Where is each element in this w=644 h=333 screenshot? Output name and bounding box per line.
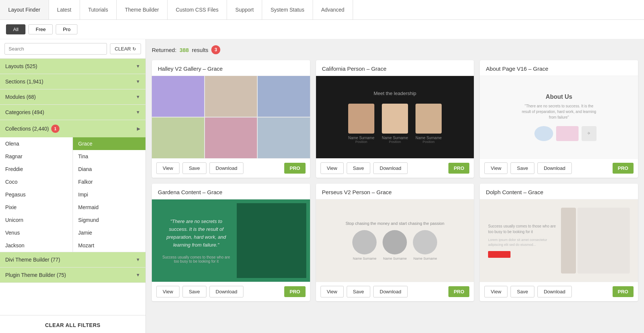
card-view-button-1[interactable]: View	[321, 162, 344, 174]
card-download-button-1[interactable]: Download	[373, 162, 408, 174]
collection-item-pixie[interactable]: Pixie	[0, 201, 73, 214]
collections-col-2: GraceTinaDianaFalkorImpiMermaidSigmundJa…	[73, 137, 145, 252]
card-save-button-0[interactable]: Save	[183, 162, 206, 174]
nav-item-layout-finder[interactable]: Layout Finder	[0, 0, 49, 19]
card-download-button-3[interactable]: Download	[209, 286, 244, 297]
arrow-icon-2: ▼	[136, 94, 140, 100]
collection-item-venus[interactable]: Venus	[0, 226, 73, 239]
clear-label: CLEAR	[115, 46, 131, 52]
nav-item-theme-builder[interactable]: Theme Builder	[117, 0, 168, 19]
card-actions-2: ViewSaveDownloadPRO	[480, 158, 638, 178]
collection-item-coco[interactable]: Coco	[0, 175, 73, 188]
card-actions-5: ViewSaveDownloadPRO	[480, 282, 638, 301]
card-view-button-0[interactable]: View	[156, 162, 180, 174]
card-image-0	[152, 76, 310, 158]
nav-item-support[interactable]: Support	[227, 0, 262, 19]
card-save-button-3[interactable]: Save	[183, 286, 206, 297]
card-actions-1: ViewSaveDownloadPRO	[316, 158, 474, 178]
card-title-1: California Person – Grace	[316, 60, 474, 76]
collection-item-freddie[interactable]: Freddie	[0, 163, 73, 175]
arrow-icon-5: ▼	[136, 257, 140, 262]
card-save-button-4[interactable]: Save	[347, 286, 371, 297]
results-badge: 3	[211, 45, 220, 54]
nav-item-advanced[interactable]: Advanced	[313, 0, 353, 19]
arrow-icon-1: ▼	[136, 79, 140, 84]
collection-item-jamie[interactable]: Jamie	[73, 226, 145, 239]
arrow-icon-3: ▼	[136, 110, 140, 115]
collection-item-diana[interactable]: Diana	[73, 163, 145, 175]
pro-badge-5: PRO	[613, 286, 634, 297]
collection-item-grace[interactable]: Grace	[73, 137, 145, 150]
pro-badge-2: PRO	[613, 163, 634, 174]
card-5: Dolph Content – Grace Success usually co…	[480, 184, 638, 301]
nav-item-system-status[interactable]: System Status	[262, 0, 313, 19]
filter-group-header-6[interactable]: Plugin Theme Builder (75)▼	[0, 268, 145, 282]
collections-label: Collections (2,440)	[5, 126, 49, 132]
search-input[interactable]	[4, 43, 107, 55]
nav-item-tutorials[interactable]: Tutorials	[80, 0, 117, 19]
filter-group-header-3[interactable]: Categories (494)▼	[0, 105, 145, 120]
filter-tab-free[interactable]: Free	[28, 24, 53, 34]
arrow-icon-0: ▼	[136, 64, 140, 69]
collection-item-jackson[interactable]: Jackson	[0, 239, 73, 252]
collection-item-ragnar[interactable]: Ragnar	[0, 150, 73, 163]
filter-tab-all[interactable]: All	[6, 24, 25, 34]
collection-item-mozart[interactable]: Mozart	[73, 239, 145, 252]
card-3: Gardena Content – Grace "There are no se…	[152, 184, 310, 301]
cards-grid: Halley V2 Gallery – GraceViewSaveDownloa…	[152, 60, 638, 301]
card-title-4: Perseus V2 Person – Grace	[316, 184, 474, 199]
pro-badge-0: PRO	[284, 163, 305, 174]
collection-item-pegasus[interactable]: Pegasus	[0, 188, 73, 201]
filter-group-3: Categories (494)▼	[0, 105, 145, 120]
pro-badge-4: PRO	[448, 286, 469, 297]
filter-group-header-4[interactable]: Collections (2,440)1▶	[0, 120, 145, 137]
card-download-button-2[interactable]: Download	[537, 162, 572, 174]
collection-item-sigmund[interactable]: Sigmund	[73, 214, 145, 226]
collection-item-olena[interactable]: Olena	[0, 137, 73, 150]
group-label-3: Categories (494)	[5, 109, 44, 115]
nav-item-latest[interactable]: Latest	[49, 0, 80, 19]
card-view-button-5[interactable]: View	[484, 286, 507, 297]
collection-item-tina[interactable]: Tina	[73, 150, 145, 163]
card-view-button-3[interactable]: View	[156, 286, 180, 297]
card-view-button-4[interactable]: View	[321, 286, 344, 297]
card-view-button-2[interactable]: View	[484, 162, 507, 174]
card-title-5: Dolph Content – Grace	[480, 184, 638, 199]
filter-group-2: Modules (68)▼	[0, 89, 145, 105]
sidebar-filters: Layouts (525)▼Sections (1,941)▼Modules (…	[0, 59, 145, 315]
nav-item-custom-css-files[interactable]: Custom CSS Files	[168, 0, 227, 19]
card-image-4: Stop chasing the money and start chasing…	[316, 199, 474, 282]
collection-item-unicorn[interactable]: Unicorn	[0, 214, 73, 226]
card-title-0: Halley V2 Gallery – Grace	[152, 60, 310, 76]
clear-all-button[interactable]: CLEAR ALL FILTERS	[0, 315, 145, 333]
filter-group-header-0[interactable]: Layouts (525)▼	[0, 59, 145, 74]
collection-item-impi[interactable]: Impi	[73, 188, 145, 201]
results-header: Returned: 388 results 3	[152, 45, 638, 54]
filter-group-5: Divi Theme Builder (77)▼	[0, 252, 145, 268]
card-save-button-5[interactable]: Save	[510, 286, 534, 297]
card-download-button-0[interactable]: Download	[209, 162, 244, 174]
filter-group-header-2[interactable]: Modules (68)▼	[0, 89, 145, 104]
card-download-button-4[interactable]: Download	[373, 286, 408, 297]
filter-group-1: Sections (1,941)▼	[0, 74, 145, 89]
filter-tabs: AllFreePro	[0, 20, 644, 39]
collection-item-falkor[interactable]: Falkor	[73, 175, 145, 188]
refresh-icon: ↻	[132, 46, 136, 52]
arrow-icon-4: ▶	[137, 126, 140, 131]
card-save-button-1[interactable]: Save	[347, 162, 371, 174]
card-1: California Person – Grace Meet the leade…	[316, 60, 474, 178]
card-image-3: "There are no secrets to success. It is …	[152, 199, 310, 282]
filter-tab-pro[interactable]: Pro	[56, 24, 77, 34]
card-0: Halley V2 Gallery – GraceViewSaveDownloa…	[152, 60, 310, 178]
top-nav: Layout FinderLatestTutorialsTheme Builde…	[0, 0, 644, 20]
filter-group-header-1[interactable]: Sections (1,941)▼	[0, 74, 145, 89]
filter-group-4: Collections (2,440)1▶OlenaRagnarFreddieC…	[0, 120, 145, 252]
card-download-button-5[interactable]: Download	[537, 286, 572, 297]
pro-badge-3: PRO	[284, 286, 305, 297]
clear-button[interactable]: CLEAR ↻	[110, 43, 141, 54]
collection-item-mermaid[interactable]: Mermaid	[73, 201, 145, 214]
search-bar: CLEAR ↻	[0, 39, 145, 59]
card-save-button-2[interactable]: Save	[510, 162, 534, 174]
filter-group-header-5[interactable]: Divi Theme Builder (77)▼	[0, 252, 145, 267]
collections-dropdown: OlenaRagnarFreddieCocoPegasusPixieUnicor…	[0, 137, 145, 252]
